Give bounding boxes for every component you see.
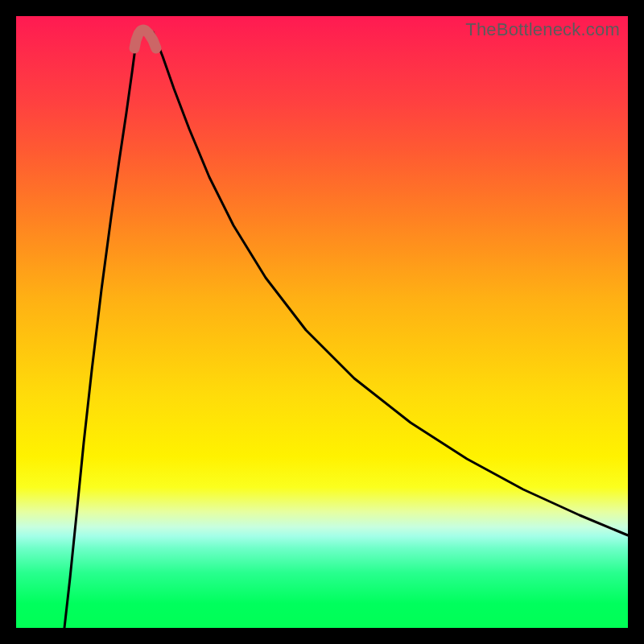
series-trough-highlight [134,30,156,48]
series-left-branch [64,32,138,628]
chart-frame: TheBottleneck.com [16,16,628,628]
series-right-branch [153,32,628,535]
series-container [64,30,628,628]
chart-svg [16,16,628,628]
